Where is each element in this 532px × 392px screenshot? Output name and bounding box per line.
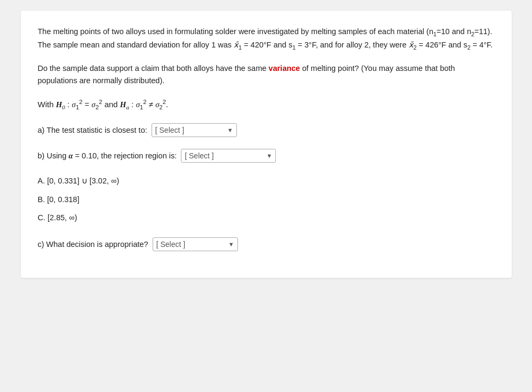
question-a-select[interactable]: [ Select ] 0.5625 0.75 1.78 2.25 bbox=[155, 126, 224, 134]
option-c: C. [2.85, ∞) bbox=[38, 211, 495, 225]
question-c-label: c) What decision is appropriate? bbox=[38, 240, 148, 249]
options-section: A. [0, 0.331] ∪ [3.02, ∞) B. [0, 0.318] … bbox=[38, 174, 495, 225]
chevron-down-icon-b: ▼ bbox=[266, 153, 272, 159]
question-c-row: c) What decision is appropriate? [ Selec… bbox=[38, 237, 495, 251]
question-c-select-wrapper[interactable]: [ Select ] Reject H₀ Fail to reject H₀ ▼ bbox=[153, 237, 238, 251]
option-b: B. [0, 0.318] bbox=[38, 193, 495, 206]
question-a-row: a) The test statistic is closest to: [ S… bbox=[38, 123, 495, 137]
question-b-select[interactable]: [ Select ] A. [0, 0.331] ∪ [3.02, ∞) B. … bbox=[185, 151, 263, 160]
problem-paragraph-2: Do the sample data support a claim that … bbox=[38, 62, 495, 87]
chevron-down-icon: ▼ bbox=[227, 127, 233, 133]
option-a: A. [0, 0.331] ∪ [3.02, ∞) bbox=[38, 174, 495, 188]
question-a-select-wrapper[interactable]: [ Select ] 0.5625 0.75 1.78 2.25 ▼ bbox=[152, 123, 237, 137]
main-card: The melting points of two alloys used in… bbox=[21, 11, 512, 278]
question-c-select[interactable]: [ Select ] Reject H₀ Fail to reject H₀ bbox=[156, 240, 225, 249]
problem-paragraph-1: The melting points of two alloys used in… bbox=[38, 26, 495, 53]
hypothesis-line: With H0 : σ12 = σ22 and Ha : σ12 ≠ σ22. bbox=[38, 97, 495, 113]
question-b-row: b) Using α = 0.10, the rejection region … bbox=[38, 149, 495, 163]
question-a-label: a) The test statistic is closest to: bbox=[38, 126, 147, 134]
question-b-select-wrapper[interactable]: [ Select ] A. [0, 0.331] ∪ [3.02, ∞) B. … bbox=[181, 149, 276, 163]
chevron-down-icon-c: ▼ bbox=[228, 241, 234, 247]
variance-highlight: variance bbox=[268, 64, 300, 73]
question-b-label: b) Using α = 0.10, the rejection region … bbox=[38, 151, 177, 161]
